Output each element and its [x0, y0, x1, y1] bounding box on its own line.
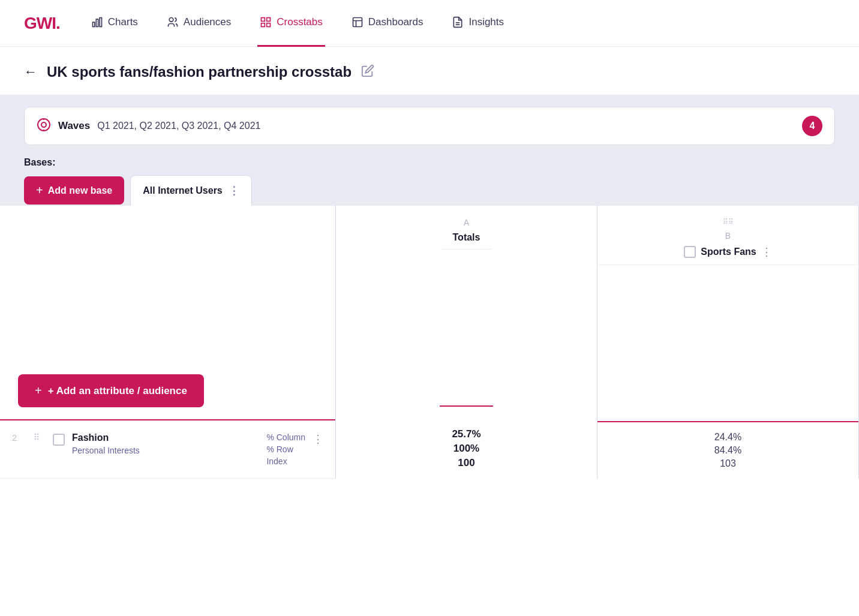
logo-dot: .: [56, 14, 60, 32]
logo: GWI.: [24, 14, 60, 33]
crosstabs-label: Crosstabs: [277, 16, 323, 28]
col-title-row-totals: Totals: [453, 232, 480, 243]
add-attribute-label: + Add an attribute / audience: [48, 385, 187, 397]
users-icon: [167, 16, 179, 28]
base-tab-0[interactable]: All Internet Users ⋮: [130, 175, 251, 206]
col-data-cell-totals: 25.7% 100% 100: [440, 405, 492, 479]
sf-pct-col: 24.4%: [609, 432, 846, 443]
svg-rect-8: [353, 18, 362, 27]
title-row: ← UK sports fans/fashion partnership cro…: [0, 47, 859, 95]
bar-chart-icon: [91, 16, 103, 28]
insights-label: Insights: [468, 16, 504, 28]
nav-items: Charts Audiences Crosstabs Dashboards In…: [89, 0, 835, 47]
add-attribute-button[interactable]: + + Add an attribute / audience: [18, 374, 204, 407]
row-menu-icon[interactable]: ⋮: [313, 432, 323, 446]
plus-icon-attr: +: [35, 384, 42, 398]
waves-count-badge: 4: [802, 116, 822, 136]
col-checkbox-sf[interactable]: [684, 246, 696, 258]
drag-handle-icon: ⠿: [34, 432, 46, 442]
left-panel: + + Add an attribute / audience 2 ⠿ Fash…: [0, 206, 336, 479]
totals-index: 100: [452, 457, 480, 469]
totals-pct-col: 25.7%: [452, 428, 480, 440]
svg-rect-5: [267, 18, 271, 22]
table-row: 2 ⠿ Fashion Personal Interests % Column …: [0, 420, 335, 479]
nav-item-charts[interactable]: Charts: [89, 0, 140, 47]
nav-item-dashboards[interactable]: Dashboards: [349, 0, 426, 47]
add-base-button[interactable]: + Add new base: [24, 176, 124, 205]
right-panel: A Totals 25.7% 100% 100 ⠿⠿ B Sports Fans: [336, 206, 859, 479]
logo-text: GWI: [24, 14, 56, 32]
charts-label: Charts: [108, 16, 138, 28]
base-tab-menu-icon[interactable]: ⋮: [229, 184, 239, 197]
col-name-totals: Totals: [453, 232, 480, 243]
navigation: GWI. Charts Audiences Crosstabs Dashboar…: [0, 0, 859, 47]
svg-rect-7: [267, 23, 271, 27]
row-sub-label: Personal Interests: [72, 446, 259, 455]
sf-index: 103: [609, 458, 846, 469]
nav-item-insights[interactable]: Insights: [449, 0, 506, 47]
blue-section: Waves Q1 2021, Q2 2021, Q3 2021, Q4 2021…: [0, 95, 859, 206]
bases-tabs: + Add new base All Internet Users ⋮: [24, 175, 835, 206]
row-metrics: % Column % Row Index: [266, 432, 305, 466]
col-letter-b: B: [725, 231, 731, 241]
col-title-row-sf: Sports Fans ⋮: [684, 245, 771, 259]
left-top-area: + + Add an attribute / audience: [0, 206, 335, 419]
col-data-cell-sf: 24.4% 84.4% 103: [597, 421, 858, 479]
row-checkbox[interactable]: [53, 434, 65, 446]
totals-pct-row: 100%: [452, 443, 480, 455]
column-totals-header: A Totals: [441, 206, 492, 250]
col-drag-dots-icon: ⠿⠿: [723, 218, 734, 226]
column-sports-fans-header: ⠿⠿ B Sports Fans ⋮: [597, 206, 858, 265]
add-base-label: Add new base: [48, 185, 113, 196]
svg-rect-0: [92, 22, 94, 27]
svg-rect-6: [262, 23, 265, 27]
nav-item-audiences[interactable]: Audiences: [164, 0, 233, 47]
back-button[interactable]: ←: [24, 64, 37, 80]
dashboards-label: Dashboards: [368, 16, 424, 28]
column-sports-fans: ⠿⠿ B Sports Fans ⋮ 24.4% 84.4% 103: [597, 206, 859, 479]
nav-item-crosstabs[interactable]: Crosstabs: [257, 0, 325, 47]
waves-label: Waves: [58, 120, 90, 132]
svg-point-11: [38, 119, 50, 131]
svg-point-3: [169, 18, 173, 22]
bases-label: Bases:: [24, 157, 835, 168]
row-number: 2: [12, 432, 26, 443]
svg-rect-4: [262, 18, 265, 22]
bases-section: Bases: + Add new base All Internet Users…: [24, 157, 835, 206]
waves-row[interactable]: Waves Q1 2021, Q2 2021, Q3 2021, Q4 2021…: [24, 107, 835, 145]
col-menu-icon-sf[interactable]: ⋮: [761, 245, 772, 259]
svg-rect-1: [96, 19, 98, 27]
layout-icon: [352, 16, 364, 28]
sf-pct-row: 84.4%: [609, 445, 846, 456]
waves-values: Q1 2021, Q2 2021, Q3 2021, Q4 2021: [97, 121, 802, 131]
row-name-block: Fashion Personal Interests: [72, 432, 259, 455]
metric-index: Index: [266, 456, 305, 466]
col-spacer-sf: [597, 265, 858, 421]
metric-pct-row: % Row: [266, 444, 305, 454]
svg-rect-2: [100, 18, 101, 27]
audiences-label: Audiences: [184, 16, 231, 28]
plus-icon: +: [36, 184, 43, 197]
waves-icon: [37, 118, 51, 135]
document-icon: [452, 16, 464, 28]
base-tab-label-0: All Internet Users: [143, 185, 222, 196]
left-rows: 2 ⠿ Fashion Personal Interests % Column …: [0, 419, 335, 479]
crosstab-table: + + Add an attribute / audience 2 ⠿ Fash…: [0, 206, 859, 479]
edit-icon[interactable]: [361, 64, 374, 80]
metric-pct-col: % Column: [266, 432, 305, 442]
col-letter-a: A: [464, 218, 469, 227]
col-name-sf: Sports Fans: [701, 247, 756, 257]
grid-icon: [260, 16, 272, 28]
column-totals: A Totals 25.7% 100% 100: [336, 206, 597, 479]
row-name: Fashion: [72, 432, 259, 443]
page-title: UK sports fans/fashion partnership cross…: [47, 64, 352, 80]
